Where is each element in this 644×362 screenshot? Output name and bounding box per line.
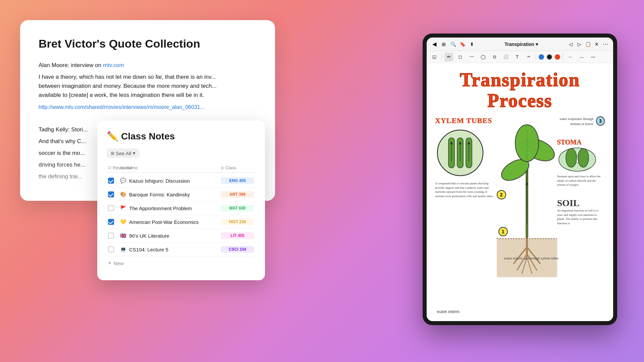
class-badge-2: ART 399 <box>221 191 254 198</box>
right-section: water evaporates through stomata in leav… <box>557 116 605 225</box>
row-name-1: 💬 Kazuo Ishiguro: Discussion <box>120 178 221 184</box>
mtv-link[interactable]: mtv.com <box>103 62 124 68</box>
row-name-4: 💛 American Post-War Economics <box>120 219 221 225</box>
line-med-icon[interactable]: — <box>577 53 586 61</box>
table-row: 💬 Kazuo Ishiguro: Discussion ENG 455 <box>107 174 256 188</box>
class-badge-5: LIT 455 <box>221 232 254 239</box>
row-emoji-6: 💻 <box>120 246 126 252</box>
table-header: ☑ Reviewed Aa Name ◎ Class <box>107 163 256 173</box>
row-name-5: 🇬🇧 90's UK Literature <box>120 233 221 239</box>
grid-icon[interactable]: ⊞ <box>440 41 447 48</box>
table-row: 🚩 The Apportionment Problem MAT 630 <box>107 201 256 215</box>
checkbox-1[interactable] <box>108 178 114 184</box>
share-icon[interactable]: ⬆ <box>468 41 476 48</box>
tablet-screen: ◀ ⊞ 🔍 🔖 ⬆ Transpiration ▾ ◁ ▷ 📋 ✕ ⋯ <box>427 38 613 321</box>
row-name-3: 🚩 The Apportionment Problem <box>120 205 221 211</box>
transpiration-title-line2: Process <box>433 90 606 111</box>
checkbox-5[interactable] <box>108 233 114 239</box>
selection-tool-icon[interactable]: ⊙ <box>490 53 499 61</box>
quote-card-title: Bret Victor's Quote Collection <box>39 37 257 51</box>
number-2: 2 <box>497 190 506 199</box>
eraser-tool-icon[interactable]: ◻ <box>456 53 465 61</box>
number-3: 3 <box>596 116 605 126</box>
tablet-frame: ◀ ⊞ 🔍 🔖 ⬆ Transpiration ▾ ◁ ▷ 📋 ✕ ⋯ <box>423 34 617 325</box>
table-row: 🇬🇧 90's UK Literature LIT 455 <box>107 229 256 243</box>
nav-back-icon[interactable]: ◁ <box>567 41 574 48</box>
checkbox-2[interactable] <box>108 191 114 197</box>
text-tool-icon[interactable]: T <box>513 53 522 61</box>
transpiration-content: Transpiration Process XYLEM TUBES <box>427 63 613 321</box>
color-black-dot[interactable] <box>547 54 552 60</box>
pen-tool-icon[interactable]: ✏ <box>444 53 453 61</box>
class-notes-card: ✏️ Class Notes ⊞ See All ▾ ☑ Reviewed Aa… <box>97 121 265 280</box>
color-blue-dot[interactable] <box>539 54 544 60</box>
water-evap-text: water evaporates through stomata in leav… <box>557 116 593 126</box>
stoma-description: Stomata open and close to allow the inta… <box>557 174 605 187</box>
row-emoji-4: 💛 <box>120 219 126 225</box>
more-icon[interactable]: ⋯ <box>602 41 609 48</box>
grid-icon: ⊞ <box>111 151 114 156</box>
class-badge-1: ENG 455 <box>221 177 254 184</box>
transpiration-title-block: Transpiration Process <box>433 70 606 111</box>
chevron-down-icon: ▾ <box>133 150 136 156</box>
tablet-title: Transpiration ▾ <box>478 42 565 47</box>
water-evap-text-block: water evaporates through stomata in leav… <box>557 116 593 126</box>
line-thick-icon[interactable]: — <box>589 53 597 61</box>
quote-url[interactable]: http://www.mtv.com/shared/movies/intervi… <box>39 103 257 112</box>
color-red-dot[interactable] <box>555 54 560 60</box>
back-icon[interactable]: ◀ <box>431 41 438 48</box>
mtv-url-link: http://www.mtv.com/shared/movies/intervi… <box>39 104 205 110</box>
shape-tool-icon[interactable]: ◯ <box>479 53 487 61</box>
nav-forward-icon[interactable]: ▷ <box>576 41 583 48</box>
checkbox-3[interactable] <box>108 205 114 211</box>
tablet-container: ◀ ⊞ 🔍 🔖 ⬆ Transpiration ▾ ◁ ▷ 📋 ✕ ⋯ <box>423 34 617 325</box>
class-badge-4: HIST 230 <box>221 219 254 225</box>
water-enters-label: water enters <box>437 309 460 314</box>
see-all-button[interactable]: ⊞ See All ▾ <box>107 148 140 158</box>
xylem-title: XYLEM TUBES <box>435 116 497 125</box>
plant-diagram: 1 2 <box>497 116 557 277</box>
toolbar-nav: ◁ ▷ 📋 ✕ ⋯ <box>567 41 609 48</box>
title-arrow: ▾ <box>536 42 538 47</box>
row-emoji-1: 💬 <box>120 178 126 184</box>
pencil-icon: ✏️ <box>107 131 118 142</box>
row-name-2: 🎨 Baroque Forms: Kandinsky <box>120 191 221 197</box>
close-icon[interactable]: ✕ <box>593 41 600 48</box>
water-evap-block: water evaporates through stomata in leav… <box>557 116 605 126</box>
sidebar-toggle-icon[interactable]: ◱ <box>430 53 439 61</box>
transpiration-title-line1: Transpiration <box>433 70 606 90</box>
soil-title: SOIL <box>557 198 605 208</box>
stoma-section: STOMA Stomata open and close to allow th… <box>557 138 605 187</box>
line-thin-icon[interactable]: — <box>566 53 575 61</box>
col-name-header: Aa Name <box>120 165 221 170</box>
soil-description: An important function of soil is to stor… <box>557 208 605 225</box>
checkbox-4[interactable] <box>108 219 114 225</box>
image-tool-icon[interactable]: ⬜ <box>501 53 510 61</box>
class-badge-6: CSCI 104 <box>221 246 254 253</box>
label-2: 2 <box>497 190 506 199</box>
new-button[interactable]: + New <box>107 256 125 270</box>
xylem-description: A compound that is vascular plants that … <box>435 181 497 198</box>
tablet-toolbar: ◀ ⊞ 🔍 🔖 ⬆ Transpiration ▾ ◁ ▷ 📋 ✕ ⋯ <box>427 38 613 51</box>
copy-icon[interactable]: 📋 <box>584 41 592 48</box>
search-icon[interactable]: 🔍 <box>449 41 457 48</box>
separator2 <box>536 54 536 60</box>
class-notes-title: ✏️ Class Notes <box>107 131 256 142</box>
label-1: 1 <box>498 227 508 236</box>
row-emoji-2: 🎨 <box>120 191 126 197</box>
svg-point-30 <box>578 148 589 167</box>
row-name-6: 💻 CS104: Lecture 5 <box>120 246 221 252</box>
col-class-header: ◎ Class <box>221 165 254 170</box>
quote-body: I have a theory, which has not let me do… <box>39 72 257 100</box>
lasso-tool-icon[interactable]: 〰 <box>467 53 476 61</box>
bookmark-icon[interactable]: 🔖 <box>459 41 466 48</box>
separator3 <box>563 54 563 60</box>
checkbox-6[interactable] <box>108 246 114 252</box>
svg-point-29 <box>566 148 577 167</box>
link-tool-icon[interactable]: ✂ <box>524 53 533 61</box>
row-emoji-3: 🚩 <box>120 205 126 211</box>
stoma-title: STOMA <box>557 138 605 146</box>
soil-section: SOIL An important function of soil is to… <box>557 198 605 225</box>
diagram-area: XYLEM TUBES <box>433 116 606 277</box>
table-row: 🎨 Baroque Forms: Kandinsky ART 399 <box>107 188 256 201</box>
